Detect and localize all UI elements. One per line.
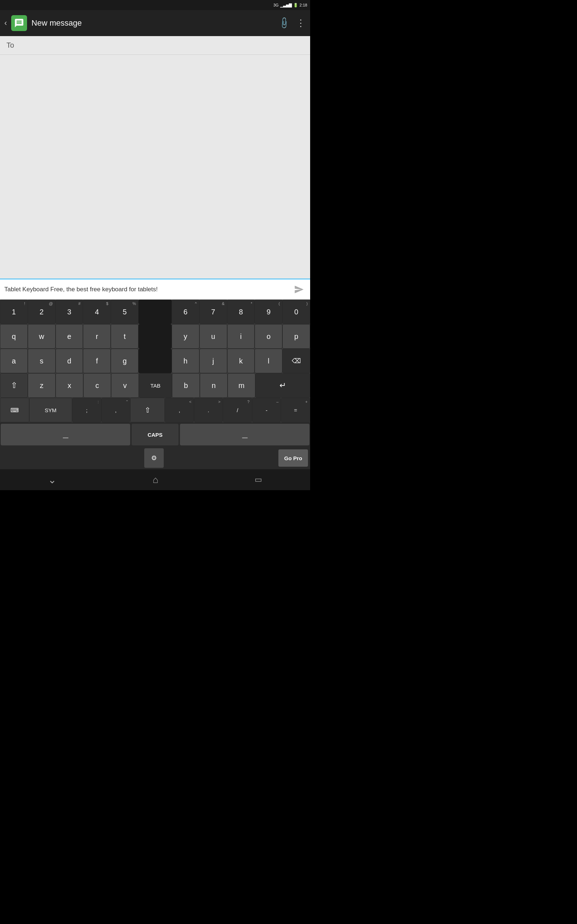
message-input[interactable] [4, 286, 292, 293]
slash-key[interactable]: ?/ [223, 398, 252, 422]
key-4[interactable]: $4 [83, 300, 111, 324]
quote-key[interactable]: ", [102, 398, 131, 422]
key-g[interactable]: g [111, 349, 139, 373]
backspace-key[interactable]: ⌫ [282, 349, 310, 373]
qwerty-gap [139, 324, 172, 349]
space-right-key[interactable]: ＿ [180, 424, 309, 446]
send-icon [294, 284, 304, 294]
key-l[interactable]: l [255, 349, 282, 373]
key-v[interactable]: v [111, 373, 139, 398]
messaging-icon [14, 18, 24, 28]
settings-center: ⚙ [131, 448, 177, 468]
status-icons: 3G ▁▃▅▇ 🔋 2:18 [273, 3, 307, 8]
app-icon [11, 15, 27, 31]
key-k[interactable]: k [227, 349, 255, 373]
key-0[interactable]: )0 [282, 300, 310, 324]
enter-key[interactable]: ↵ [255, 373, 310, 398]
go-pro-button[interactable]: Go Pro [279, 449, 308, 467]
shift-center-key[interactable]: ⇧ [130, 398, 165, 422]
key-i[interactable]: i [227, 324, 255, 349]
key-j[interactable]: j [200, 349, 227, 373]
shift-left-key[interactable]: ⇧ [0, 373, 28, 398]
keyboard: !1 @2 #3 $4 %5 ^6 &7 *8 (9 )0 q w e r t … [0, 300, 310, 469]
key-m[interactable]: m [227, 373, 255, 398]
asdf-gap [139, 349, 172, 373]
more-options-button[interactable]: ⋮ [296, 18, 306, 29]
key-p[interactable]: p [282, 324, 310, 349]
equals-key[interactable]: += [281, 398, 310, 422]
key-3[interactable]: #3 [56, 300, 83, 324]
dash-key[interactable]: –- [252, 398, 281, 422]
key-n[interactable]: n [200, 373, 227, 398]
key-a[interactable]: a [0, 349, 28, 373]
page-title: New message [31, 18, 275, 28]
semicolon-key[interactable]: :; [72, 398, 102, 422]
key-e[interactable]: e [56, 324, 83, 349]
key-7[interactable]: &7 [200, 300, 227, 324]
comma-right-key[interactable]: <, [165, 398, 194, 422]
keyboard-icon-key[interactable]: ⌨ [0, 398, 29, 422]
nav-recent-button[interactable]: ▭ [255, 475, 262, 485]
message-area[interactable] [0, 55, 310, 279]
network-indicator: 3G [273, 3, 279, 7]
bottom-space-row: ＿ CAPS ＿ [0, 422, 310, 447]
to-field: To [0, 36, 310, 55]
app-bar: ‹ New message 📎 ⋮ [0, 10, 310, 36]
battery-icon: 🔋 [293, 3, 298, 8]
number-row: !1 @2 #3 $4 %5 ^6 &7 *8 (9 )0 [0, 300, 310, 324]
action-icons: 📎 ⋮ [279, 18, 306, 29]
dot-key[interactable]: >. [194, 398, 223, 422]
key-q[interactable]: q [0, 324, 28, 349]
settings-row: ⚙ Go Pro [0, 447, 310, 469]
key-2[interactable]: @2 [28, 300, 56, 324]
key-f[interactable]: f [83, 349, 111, 373]
signal-icon: ▁▃▅▇ [280, 3, 292, 8]
key-5[interactable]: %5 [111, 300, 139, 324]
key-c[interactable]: c [83, 373, 111, 398]
settings-right: Go Pro [177, 449, 310, 467]
message-input-bar [0, 279, 310, 300]
number-gap [139, 300, 172, 324]
key-h[interactable]: h [172, 349, 200, 373]
key-o[interactable]: o [255, 324, 282, 349]
back-button[interactable]: ‹ [4, 18, 7, 28]
key-z[interactable]: z [28, 373, 56, 398]
key-6[interactable]: ^6 [172, 300, 200, 324]
qwerty-row: q w e r t y u i o p [0, 324, 310, 349]
key-w[interactable]: w [28, 324, 56, 349]
sym-key[interactable]: SYM [29, 398, 73, 422]
keyboard-settings-button[interactable]: ⚙ [144, 448, 164, 468]
space-left-key[interactable]: ＿ [1, 424, 130, 446]
key-1[interactable]: !1 [0, 300, 28, 324]
status-bar: 3G ▁▃▅▇ 🔋 2:18 [0, 0, 310, 10]
key-u[interactable]: u [200, 324, 227, 349]
send-button[interactable] [292, 283, 306, 296]
key-r[interactable]: r [83, 324, 111, 349]
key-y[interactable]: y [172, 324, 200, 349]
caps-key[interactable]: CAPS [132, 424, 179, 446]
to-label: To [6, 41, 14, 50]
nav-home-button[interactable]: ⌂ [153, 474, 158, 485]
key-t[interactable]: t [111, 324, 139, 349]
to-input[interactable] [17, 41, 304, 50]
nav-bar: ⌄ ⌂ ▭ [0, 469, 310, 490]
key-s[interactable]: s [28, 349, 56, 373]
time-display: 2:18 [300, 3, 307, 7]
key-d[interactable]: d [56, 349, 83, 373]
key-b[interactable]: b [172, 373, 200, 398]
tab-key[interactable]: TAB [139, 373, 172, 398]
symbols-row: ⌨ SYM :; ", ⇧ <, >. ?/ –- += [0, 398, 310, 422]
zxcv-row: ⇧ z x c v TAB b n m ↵ [0, 373, 310, 398]
nav-down-button[interactable]: ⌄ [48, 474, 56, 486]
asdf-row: a s d f g h j k l ⌫ [0, 349, 310, 373]
key-8[interactable]: *8 [227, 300, 255, 324]
key-x[interactable]: x [56, 373, 83, 398]
attach-button[interactable]: 📎 [277, 16, 291, 30]
key-9[interactable]: (9 [255, 300, 282, 324]
